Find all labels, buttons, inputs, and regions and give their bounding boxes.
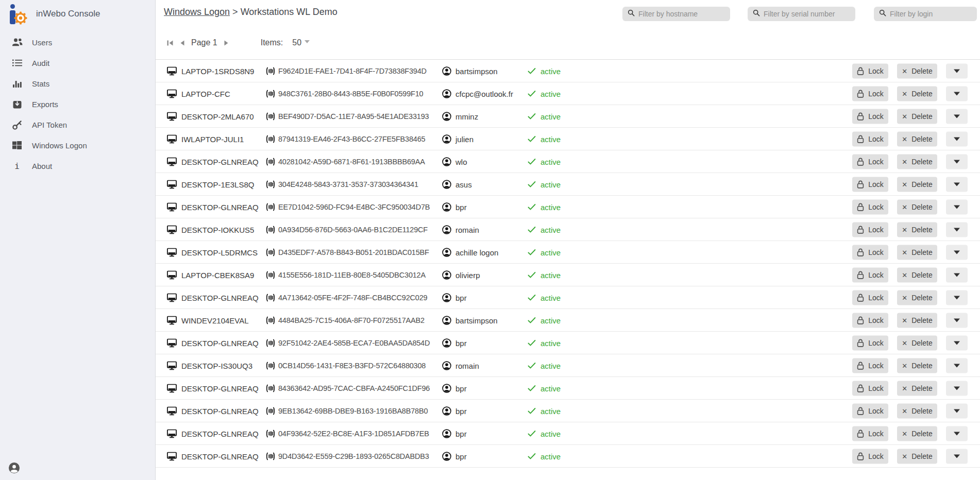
sidebar-item-exports[interactable]: Exports bbox=[0, 94, 155, 114]
delete-button[interactable]: ✕ Delete bbox=[897, 267, 937, 282]
next-page-button[interactable] bbox=[221, 40, 232, 46]
lock-button[interactable]: Lock bbox=[852, 449, 888, 464]
hostname: LAPTOP-1SRDS8N9 bbox=[181, 66, 254, 75]
delete-button[interactable]: ✕ Delete bbox=[897, 426, 937, 441]
lock-button[interactable]: Lock bbox=[852, 245, 888, 260]
delete-button-label: Delete bbox=[911, 271, 932, 279]
lock-button[interactable]: Lock bbox=[852, 86, 888, 101]
delete-button[interactable]: ✕ Delete bbox=[897, 131, 937, 146]
login-filter-input[interactable] bbox=[890, 10, 972, 18]
chevron-down-icon bbox=[954, 92, 960, 95]
login: bpr bbox=[455, 429, 467, 438]
row-more-actions-button[interactable] bbox=[946, 335, 968, 350]
chevron-down-icon bbox=[954, 296, 960, 299]
row-more-actions-button[interactable] bbox=[946, 267, 968, 282]
lock-button[interactable]: Lock bbox=[852, 358, 888, 373]
serial-number: 4155E556-181D-11EB-80E8-5405DBC3012A bbox=[278, 271, 426, 279]
table-row: DESKTOP-GLNREAQ 40281042-A59D-6871-8F61-… bbox=[156, 150, 980, 173]
sidebar-item-users[interactable]: Users bbox=[0, 32, 155, 53]
lock-button[interactable]: Lock bbox=[852, 313, 888, 328]
sidebar-item-stats[interactable]: Stats bbox=[0, 73, 155, 94]
row-more-actions-button[interactable] bbox=[946, 358, 968, 373]
delete-button[interactable]: ✕ Delete bbox=[897, 290, 937, 305]
delete-button[interactable]: ✕ Delete bbox=[897, 358, 937, 373]
login: romain bbox=[455, 361, 479, 370]
lock-button[interactable]: Lock bbox=[852, 426, 888, 441]
delete-button[interactable]: ✕ Delete bbox=[897, 177, 937, 192]
serial-number: BEF490D7-D5AC-11E7-8A95-54E1ADE33193 bbox=[278, 112, 429, 121]
status-label: active bbox=[540, 384, 561, 392]
lock-button[interactable]: Lock bbox=[852, 199, 888, 214]
hostname-filter-input[interactable] bbox=[638, 10, 725, 18]
login: bpr bbox=[455, 406, 467, 415]
status-badge: active bbox=[528, 384, 561, 392]
check-icon bbox=[528, 362, 536, 369]
row-more-actions-button[interactable] bbox=[946, 381, 968, 396]
lock-icon bbox=[857, 89, 864, 98]
row-more-actions-button[interactable] bbox=[946, 109, 968, 124]
row-more-actions-button[interactable] bbox=[946, 290, 968, 305]
lock-button[interactable]: Lock bbox=[852, 154, 888, 169]
breadcrumb-parent-link[interactable]: Windows Logon bbox=[164, 7, 230, 17]
serial-number-icon bbox=[266, 180, 275, 188]
first-page-button[interactable] bbox=[164, 40, 177, 46]
user-icon bbox=[442, 406, 451, 416]
x-icon: ✕ bbox=[902, 158, 907, 165]
lock-button[interactable]: Lock bbox=[852, 381, 888, 396]
lock-button[interactable]: Lock bbox=[852, 131, 888, 146]
row-more-actions-button[interactable] bbox=[946, 245, 968, 260]
lock-button[interactable]: Lock bbox=[852, 63, 888, 78]
delete-button[interactable]: ✕ Delete bbox=[897, 154, 937, 169]
delete-button-label: Delete bbox=[911, 430, 932, 438]
delete-button[interactable]: ✕ Delete bbox=[897, 403, 937, 418]
delete-button[interactable]: ✕ Delete bbox=[897, 381, 937, 396]
delete-button[interactable]: ✕ Delete bbox=[897, 222, 937, 237]
row-more-actions-button[interactable] bbox=[946, 222, 968, 237]
serial-number: 87941319-EA46-2F43-B6CC-27FE5FB38465 bbox=[278, 135, 425, 143]
sidebar-item-windows-logon[interactable]: Windows Logon bbox=[0, 135, 155, 156]
sidebar-item-api-token[interactable]: API Token bbox=[0, 114, 155, 135]
row-more-actions-button[interactable] bbox=[946, 403, 968, 418]
lock-button[interactable]: Lock bbox=[852, 109, 888, 124]
delete-button[interactable]: ✕ Delete bbox=[897, 109, 937, 124]
delete-button[interactable]: ✕ Delete bbox=[897, 63, 937, 78]
account-avatar-icon[interactable] bbox=[8, 462, 20, 476]
check-icon bbox=[528, 226, 536, 233]
login: bpr bbox=[455, 293, 467, 302]
sidebar-item-about[interactable]: i About bbox=[0, 156, 155, 176]
lock-button[interactable]: Lock bbox=[852, 177, 888, 192]
lock-button[interactable]: Lock bbox=[852, 267, 888, 282]
delete-button[interactable]: ✕ Delete bbox=[897, 335, 937, 350]
table-row: DESKTOP-GLNREAQ 9EB13642-69BB-DBE9-B163-… bbox=[156, 400, 980, 422]
row-more-actions-button[interactable] bbox=[946, 86, 968, 101]
sidebar-item-audit[interactable]: Audit bbox=[0, 53, 155, 73]
row-more-actions-button[interactable] bbox=[946, 154, 968, 169]
check-icon bbox=[528, 67, 536, 74]
lock-button[interactable]: Lock bbox=[852, 290, 888, 305]
delete-button[interactable]: ✕ Delete bbox=[897, 245, 937, 260]
sidebar-item-label: Audit bbox=[32, 59, 49, 67]
row-more-actions-button[interactable] bbox=[946, 199, 968, 214]
delete-button[interactable]: ✕ Delete bbox=[897, 449, 937, 464]
previous-page-button[interactable] bbox=[177, 40, 188, 46]
delete-button[interactable]: ✕ Delete bbox=[897, 313, 937, 328]
monitor-icon bbox=[167, 248, 177, 256]
row-more-actions-button[interactable] bbox=[946, 177, 968, 192]
row-more-actions-button[interactable] bbox=[946, 313, 968, 328]
items-per-page-select[interactable]: 50 bbox=[292, 38, 310, 47]
row-more-actions-button[interactable] bbox=[946, 63, 968, 78]
lock-button[interactable]: Lock bbox=[852, 403, 888, 418]
lock-button[interactable]: Lock bbox=[852, 335, 888, 350]
user-icon bbox=[442, 157, 451, 166]
delete-button[interactable]: ✕ Delete bbox=[897, 86, 937, 101]
hostname: DESKTOP-GLNREAQ bbox=[181, 157, 259, 166]
chevron-down-icon bbox=[954, 341, 960, 345]
row-more-actions-button[interactable] bbox=[946, 449, 968, 464]
login: achille logon bbox=[455, 248, 498, 256]
delete-button[interactable]: ✕ Delete bbox=[897, 199, 937, 214]
row-more-actions-button[interactable] bbox=[946, 131, 968, 146]
lock-button[interactable]: Lock bbox=[852, 222, 888, 237]
user-icon bbox=[442, 293, 451, 302]
serial-filter-input[interactable] bbox=[764, 10, 850, 18]
row-more-actions-button[interactable] bbox=[946, 426, 968, 441]
